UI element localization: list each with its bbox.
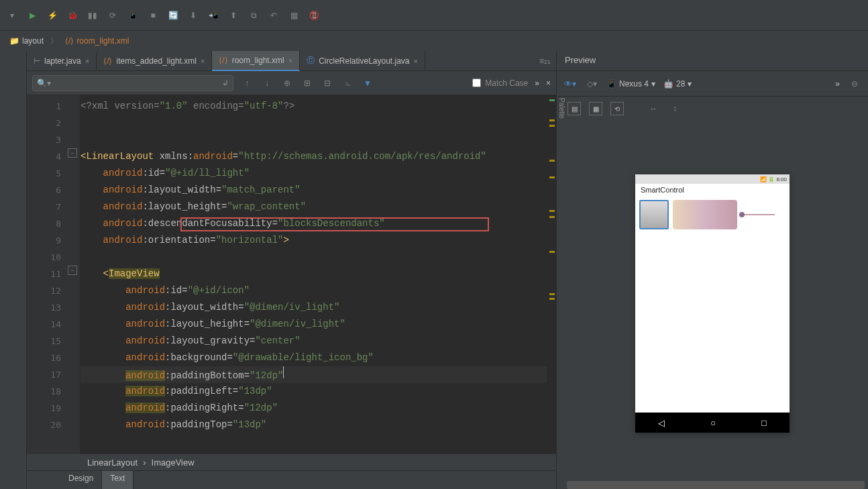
line-number: 1 bbox=[27, 98, 80, 115]
path-item[interactable]: LinearLayout bbox=[87, 457, 138, 468]
line-number: 6 bbox=[27, 182, 80, 199]
back-icon: ◁ bbox=[658, 418, 665, 428]
find-bar: 🔍▾↲ ↑ ↓ ⊕ ⊞ ⊟ ⎁ ▼ Match Case » × bbox=[27, 71, 556, 95]
orientation-icon[interactable]: ◇▾ bbox=[585, 77, 598, 91]
path-item[interactable]: ImageView bbox=[152, 457, 195, 468]
line-number: 13 bbox=[27, 299, 80, 316]
line-number: 17 bbox=[27, 366, 80, 383]
palette-label[interactable]: Palette bbox=[558, 98, 565, 119]
home-icon: ○ bbox=[710, 418, 716, 428]
remove-sel-icon[interactable]: ⊟ bbox=[321, 76, 334, 90]
close-icon[interactable]: × bbox=[201, 57, 205, 65]
breadcrumb-file[interactable]: ⟨/⟩ room_light.xml bbox=[61, 35, 133, 47]
close-find-icon[interactable]: × bbox=[546, 78, 551, 88]
main-toolbar: ▾ ▶ ⚡ 🐞 ▮▮ ⟳ 📱 ■ 🔄 ⬇ 📲 ⬆ ⧉ ↶ ▦ 📵 bbox=[0, 0, 868, 31]
more-icon[interactable]: » bbox=[835, 79, 840, 89]
line-offset-icon[interactable]: ≡₂₁ bbox=[539, 56, 551, 66]
run-icon[interactable]: ▶ bbox=[25, 9, 39, 22]
eye-icon[interactable]: 👁▾ bbox=[563, 77, 577, 91]
select-all-icon[interactable]: ⎁ bbox=[341, 76, 354, 90]
line-number: 20 bbox=[27, 417, 80, 433]
download-icon[interactable]: ⬇ bbox=[186, 9, 200, 22]
line-number: 10 bbox=[27, 249, 80, 266]
view-mode-icon[interactable]: ▤ bbox=[567, 102, 581, 115]
refresh-icon[interactable]: ⟲ bbox=[610, 102, 624, 115]
structure-icon[interactable]: ⧉ bbox=[247, 9, 260, 22]
preview-title: Preview bbox=[557, 51, 868, 71]
next-icon[interactable]: ↓ bbox=[260, 76, 274, 90]
minimize-icon[interactable]: ⊖ bbox=[848, 77, 861, 91]
api-selector[interactable]: 🤖 28 ▾ bbox=[663, 79, 692, 89]
lightning-icon[interactable]: ⚡ bbox=[46, 9, 59, 22]
line-number: 8 bbox=[27, 215, 80, 232]
tab-design[interactable]: Design bbox=[60, 471, 102, 489]
app-title: SmartControl bbox=[635, 184, 790, 197]
line-number: 19 bbox=[27, 400, 80, 417]
layout-icon[interactable]: ▦ bbox=[287, 9, 301, 22]
line-number: 12 bbox=[27, 282, 80, 299]
line-number: 7 bbox=[27, 199, 80, 215]
tab-text[interactable]: Text bbox=[102, 471, 133, 489]
preview-panel: Preview 👁▾ ◇▾ 📱 Nexus 4 ▾ 🤖 28 ▾ » ⊖ Pal… bbox=[556, 51, 868, 489]
match-case-checkbox[interactable]: Match Case bbox=[472, 78, 528, 88]
fold-icon[interactable]: − bbox=[68, 148, 77, 158]
pan-v-icon[interactable]: ↕ bbox=[668, 102, 682, 115]
status-breadcrumb: LinearLayout › ImageView bbox=[27, 454, 556, 470]
search-input[interactable]: 🔍▾↲ bbox=[32, 75, 233, 91]
line-gutter: 1 2 3 4 5 6 7 8 9 10 11 12 13 14 15 16 1… bbox=[27, 95, 80, 454]
scrollbar[interactable] bbox=[567, 481, 865, 489]
left-tool-strip bbox=[0, 51, 27, 489]
filter-icon[interactable]: ▼ bbox=[361, 76, 374, 90]
line-number: 9 bbox=[27, 232, 80, 249]
code-editor[interactable]: <?xml version="1.0" encoding="utf-8"?> <… bbox=[80, 95, 547, 454]
tab-items-added[interactable]: ⟨/⟩items_added_light.xml× bbox=[97, 51, 212, 71]
stop-icon[interactable]: ■ bbox=[146, 9, 160, 22]
editor-tabs: ⊢lapter.java× ⟨/⟩items_added_light.xml× … bbox=[27, 51, 556, 71]
dropdown-icon[interactable]: ▾ bbox=[5, 9, 19, 22]
line-number: 15 bbox=[27, 333, 80, 349]
coverage-icon[interactable]: ⟳ bbox=[106, 9, 119, 22]
slider bbox=[741, 214, 775, 215]
avd-icon[interactable]: 📲 bbox=[207, 9, 220, 22]
undo-icon[interactable]: ↶ bbox=[267, 9, 280, 22]
phone-mockup: 📶 🔋 8:00 SmartControl ◁ ○ □ bbox=[635, 174, 790, 433]
light-icon bbox=[639, 200, 669, 229]
debug-icon[interactable]: 🐞 bbox=[66, 9, 79, 22]
breadcrumb: 📁 layout 〉 ⟨/⟩ room_light.xml bbox=[0, 31, 868, 51]
close-icon[interactable]: × bbox=[85, 57, 89, 65]
tab-circle-layout[interactable]: ⒸCircleRelativeLayout.java× bbox=[300, 51, 425, 71]
preview-canvas: 📶 🔋 8:00 SmartControl ◁ ○ □ bbox=[557, 121, 868, 489]
design-text-tabs: Design Text bbox=[27, 470, 556, 489]
tab-lapter[interactable]: ⊢lapter.java× bbox=[27, 51, 97, 71]
line-number: 5 bbox=[27, 165, 80, 182]
line-number: 2 bbox=[27, 115, 80, 131]
profile-icon[interactable]: ▮▮ bbox=[86, 9, 99, 22]
breadcrumb-sep-icon: 〉 bbox=[50, 36, 58, 47]
line-number: 16 bbox=[27, 349, 80, 366]
close-icon[interactable]: × bbox=[288, 56, 292, 64]
target-icon[interactable]: ⊕ bbox=[280, 76, 294, 90]
attach-icon[interactable]: 📱 bbox=[126, 9, 140, 22]
device-selector[interactable]: 📱 Nexus 4 ▾ bbox=[606, 79, 655, 89]
device-icon[interactable]: 📵 bbox=[307, 9, 321, 22]
breadcrumb-folder[interactable]: 📁 layout bbox=[5, 35, 48, 47]
line-number: 3 bbox=[27, 131, 80, 148]
match-case-input[interactable] bbox=[472, 78, 481, 87]
more-icon[interactable]: » bbox=[535, 78, 539, 88]
fold-icon[interactable]: − bbox=[68, 266, 77, 275]
sdk-icon[interactable]: ⬆ bbox=[227, 9, 240, 22]
prev-icon[interactable]: ↑ bbox=[240, 76, 254, 90]
blueprint-icon[interactable]: ▦ bbox=[589, 102, 602, 115]
sync-icon[interactable]: 🔄 bbox=[166, 9, 180, 22]
tab-room-light[interactable]: ⟨/⟩room_light.xml× bbox=[212, 51, 300, 71]
gradient-bar bbox=[673, 200, 737, 229]
line-number: 14 bbox=[27, 316, 80, 333]
recents-icon: □ bbox=[761, 418, 767, 428]
close-icon[interactable]: × bbox=[414, 57, 418, 65]
add-sel-icon[interactable]: ⊞ bbox=[301, 76, 314, 90]
error-strip bbox=[547, 95, 556, 454]
pan-h-icon[interactable]: ↔ bbox=[647, 102, 660, 115]
phone-nav: ◁ ○ □ bbox=[635, 413, 790, 433]
phone-statusbar: 📶 🔋 8:00 bbox=[635, 174, 790, 184]
line-number: 18 bbox=[27, 383, 80, 400]
